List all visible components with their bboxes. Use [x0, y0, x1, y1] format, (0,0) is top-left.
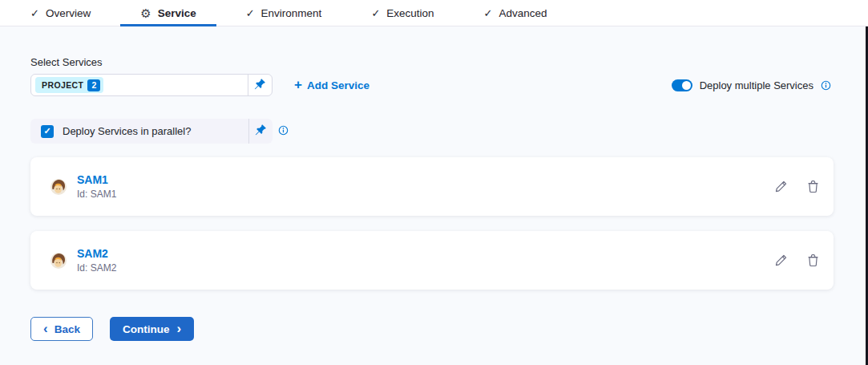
pipeline-stage-tabs: ✓ Overview ⚙ Service ✓ Environment ✓ Exe…	[0, 0, 868, 26]
trash-icon	[807, 180, 819, 193]
deploy-multiple-toggle[interactable]	[672, 79, 692, 91]
deploy-parallel-label: Deploy Services in parallel?	[63, 125, 248, 137]
tab-label: Environment	[261, 7, 322, 19]
tab-label: Overview	[46, 7, 91, 19]
check-icon: ✓	[30, 7, 39, 19]
plus-icon: +	[294, 78, 302, 91]
edit-service-button[interactable]	[774, 253, 788, 267]
project-chip-count-badge: 2	[87, 79, 100, 91]
services-multiselect[interactable]: PROJECT 2	[30, 74, 273, 96]
tab-advanced[interactable]: ✓ Advanced	[464, 0, 567, 26]
tab-service[interactable]: ⚙ Service	[120, 0, 216, 26]
project-chip[interactable]: PROJECT 2	[35, 77, 103, 93]
tab-execution[interactable]: ✓ Execution	[351, 0, 454, 26]
tab-overview[interactable]: ✓ Overview	[10, 0, 111, 26]
check-icon: ✓	[484, 7, 493, 19]
service-card-text: SAM2 Id: SAM2	[77, 247, 116, 274]
deploy-parallel-info-icon[interactable]	[278, 125, 289, 136]
services-multiselect-input[interactable]: PROJECT 2	[31, 75, 248, 95]
pin-parallel-button[interactable]	[249, 119, 273, 144]
pin-icon	[255, 124, 267, 139]
service-card-sam1: SAM1 Id: SAM1	[30, 157, 834, 216]
chevron-right-icon: ›	[177, 322, 182, 335]
trash-icon	[807, 253, 819, 267]
tab-label: Advanced	[499, 7, 547, 19]
check-icon: ✓	[246, 7, 255, 19]
continue-button-label: Continue	[123, 323, 170, 335]
tab-label: Execution	[386, 7, 434, 19]
deploy-multiple-info-icon[interactable]	[821, 80, 831, 91]
service-card-text: SAM1 Id: SAM1	[77, 173, 116, 200]
deploy-multiple-services-group: Deploy multiple Services	[672, 79, 831, 91]
service-card-sam2: SAM2 Id: SAM2	[30, 231, 834, 290]
check-icon: ✓	[371, 7, 380, 19]
pencil-icon	[774, 253, 788, 267]
edit-service-button[interactable]	[774, 180, 788, 193]
toggle-knob	[682, 81, 691, 90]
service-avatar	[50, 252, 67, 270]
tab-environment[interactable]: ✓ Environment	[226, 0, 342, 26]
delete-service-button[interactable]	[807, 180, 819, 193]
service-id: Id: SAM1	[77, 189, 116, 200]
service-name-link[interactable]: SAM2	[77, 247, 116, 260]
service-name-link[interactable]: SAM1	[77, 173, 116, 186]
service-avatar	[50, 178, 67, 196]
gear-icon: ⚙	[140, 7, 151, 19]
back-button-label: Back	[55, 323, 80, 335]
tab-label: Service	[158, 7, 196, 19]
deploy-multiple-label: Deploy multiple Services	[700, 79, 813, 91]
pin-icon	[254, 78, 266, 93]
continue-button[interactable]: Continue ›	[110, 317, 194, 341]
deploy-parallel-checkbox[interactable]: ✓	[41, 125, 54, 138]
service-id: Id: SAM2	[77, 262, 116, 274]
select-services-label: Select Services	[30, 56, 103, 68]
deploy-parallel-row: ✓ Deploy Services in parallel?	[30, 119, 273, 144]
project-chip-label: PROJECT	[42, 80, 83, 90]
back-button[interactable]: ‹ Back	[30, 317, 93, 341]
pencil-icon	[774, 180, 788, 193]
add-service-label: Add Service	[307, 79, 369, 91]
delete-service-button[interactable]	[807, 253, 819, 267]
chevron-left-icon: ‹	[43, 322, 48, 335]
add-service-button[interactable]: + Add Service	[294, 79, 369, 91]
pin-input-button[interactable]	[248, 75, 272, 95]
